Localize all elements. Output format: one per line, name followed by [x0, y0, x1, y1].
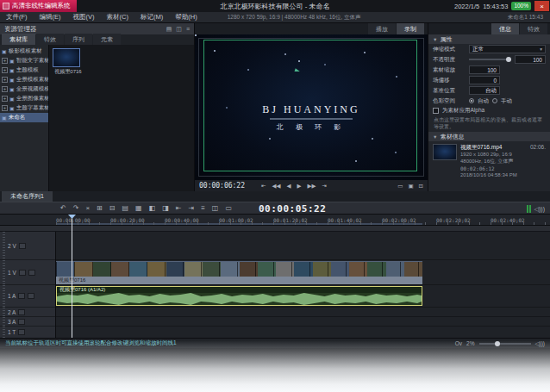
track-lane-1v[interactable]: 视频里0716	[56, 260, 550, 285]
tab-sequence[interactable]: 序列	[65, 34, 92, 45]
prev-edit-icon[interactable]: ⇤	[176, 205, 182, 212]
tree-item[interactable]: +▣主题模板	[0, 65, 48, 75]
track-toggle-button[interactable]	[19, 270, 26, 276]
timeline-ruler[interactable]: 00:00:00;00 00:00:20;00 00:00:40;00 00:0…	[0, 215, 550, 226]
track-grip[interactable]	[3, 308, 5, 316]
track-toggle-button[interactable]	[18, 293, 25, 299]
track-header-2v[interactable]: 2 V	[0, 232, 55, 260]
tree-item[interactable]: +▣主题字幕素材	[0, 103, 48, 113]
set-in-icon[interactable]: ⇤	[261, 183, 266, 190]
list-icon[interactable]: ≡	[201, 205, 205, 212]
marker-icon[interactable]: ▭	[225, 205, 232, 212]
add-clip-icon[interactable]: ⊞	[97, 205, 103, 212]
menu-help[interactable]: 帮助(H)	[169, 13, 203, 22]
expand-icon[interactable]: +	[2, 77, 8, 83]
menu-marker[interactable]: 标记(M)	[134, 13, 169, 22]
track-header-1a[interactable]: 1 A	[0, 285, 55, 308]
tab-recorder[interactable]: 录制	[397, 23, 424, 34]
delete-icon[interactable]: ×	[85, 205, 90, 212]
view-detail-icon[interactable]: ◫	[176, 26, 182, 33]
opacity-slider-knob[interactable]	[506, 57, 511, 62]
track-lane-3a[interactable]	[56, 317, 550, 327]
split-icon[interactable]: ◫	[212, 205, 219, 212]
play-icon[interactable]: ▶	[297, 183, 301, 190]
track-mute-button[interactable]	[28, 293, 34, 299]
playhead-line[interactable]	[72, 215, 72, 338]
tree-item-selected[interactable]: ▣未命名	[0, 113, 48, 122]
tree-item[interactable]: +▣全景视频模板	[0, 84, 48, 94]
track-header-3a[interactable]: 3 A	[0, 317, 55, 327]
properties-section-header[interactable]: ▼ 属性	[428, 34, 550, 44]
colorspace-auto-radio[interactable]	[469, 98, 474, 103]
bin-clip-grid[interactable]: 视频里0716	[49, 45, 194, 191]
audio-clip[interactable]: 视频里0716 (A1/A2)	[56, 286, 422, 306]
timeline-zoom-slider[interactable]	[479, 343, 531, 345]
expand-icon[interactable]: +	[2, 96, 8, 102]
track-grip[interactable]	[3, 285, 5, 307]
clip-scale-value[interactable]: 100	[469, 65, 500, 74]
track-grip[interactable]	[3, 317, 5, 326]
stretch-mode-dropdown[interactable]: 正常 ▾	[469, 45, 546, 53]
fast-forward-icon[interactable]: ▶▶	[307, 183, 316, 190]
base-position-value[interactable]: 自动	[469, 86, 500, 95]
tree-item[interactable]: +▣全景模板素材	[0, 75, 48, 84]
set-out-icon[interactable]: ⇥	[322, 183, 326, 190]
speaker-icon[interactable]: ◁)))	[534, 206, 545, 213]
video-clip[interactable]: 视频里0716	[56, 261, 422, 284]
track-toggle-button[interactable]	[18, 319, 25, 325]
menu-edit[interactable]: 编辑(E)	[34, 13, 67, 22]
tab-information[interactable]: 信息	[491, 23, 519, 34]
track-toggle-button[interactable]	[18, 309, 25, 315]
tree-item[interactable]: ▣极影模板素材	[0, 47, 48, 56]
bin-clip[interactable]: 视频里0716	[53, 48, 84, 76]
ripple-mode-icon[interactable]: ▤	[122, 205, 128, 212]
video-viewport[interactable]: BJ HUANYING 北 极 环 影	[195, 34, 428, 180]
track-grip[interactable]	[3, 327, 5, 338]
menu-file[interactable]: 文件(F)	[0, 13, 34, 22]
view-grid-icon[interactable]: ▤	[166, 26, 172, 33]
track-lane-2a[interactable]	[56, 308, 550, 317]
sequence-tab[interactable]: 未命名序列1	[2, 191, 53, 202]
colorspace-manual-radio[interactable]	[492, 98, 497, 103]
marker-strip[interactable]	[0, 226, 550, 232]
export-icon[interactable]: ▭	[397, 183, 403, 190]
tab-elements[interactable]: 元素	[93, 34, 121, 45]
tree-item[interactable]: +▣智能文字素材	[0, 56, 48, 65]
track-lane-1t[interactable]	[56, 327, 550, 338]
bin-menu-icon[interactable]: ≡	[186, 26, 190, 33]
undo-icon[interactable]: ↶	[60, 205, 66, 212]
track-lane-1a[interactable]: 视频里0716 (A1/A2)	[56, 285, 550, 308]
tab-player[interactable]: 播放	[368, 23, 396, 34]
rewind-icon[interactable]: ◀◀	[272, 183, 280, 190]
track-toggle-button[interactable]	[19, 243, 26, 249]
clip-thumbnail[interactable]	[53, 48, 80, 67]
close-button[interactable]: ×	[534, 1, 549, 11]
tab-effects[interactable]: 特效	[36, 34, 64, 45]
expand-icon[interactable]: +	[2, 86, 8, 92]
trim-right-icon[interactable]: ◨	[162, 205, 169, 212]
tree-item[interactable]: +▣全景图像素材	[0, 94, 48, 103]
prev-frame-icon[interactable]: ◀	[286, 183, 291, 190]
expand-icon[interactable]: +	[2, 67, 8, 73]
remove-clip-icon[interactable]: ⊟	[109, 205, 116, 212]
opacity-slider[interactable]	[469, 59, 511, 60]
tab-bin[interactable]: 素材库	[2, 34, 35, 45]
zoom-slider-knob[interactable]	[495, 341, 500, 346]
track-header-2a[interactable]: 2 A	[0, 308, 55, 317]
menu-clip[interactable]: 素材(C)	[101, 13, 134, 22]
speaker-icon[interactable]: ◁)))	[535, 340, 546, 347]
expand-icon[interactable]: +	[2, 58, 8, 64]
tab-effect[interactable]: 特效	[520, 23, 547, 34]
expand-icon[interactable]: +	[2, 105, 8, 111]
trim-left-icon[interactable]: ◧	[149, 205, 156, 212]
display-mode-icon[interactable]: ▣	[408, 183, 413, 190]
track-grip[interactable]	[3, 260, 5, 284]
track-header-1t[interactable]: 1 T	[0, 327, 55, 338]
clipinfo-section-header[interactable]: ▼ 素材信息	[428, 132, 550, 141]
track-toggle-button[interactable]	[18, 329, 25, 335]
field-offset-value[interactable]: 0	[469, 76, 500, 84]
next-edit-icon[interactable]: ⇥	[188, 205, 194, 212]
track-lock-button[interactable]	[28, 270, 35, 276]
track-lane-2v[interactable]	[56, 232, 550, 260]
alpha-checkbox[interactable]	[433, 108, 439, 114]
